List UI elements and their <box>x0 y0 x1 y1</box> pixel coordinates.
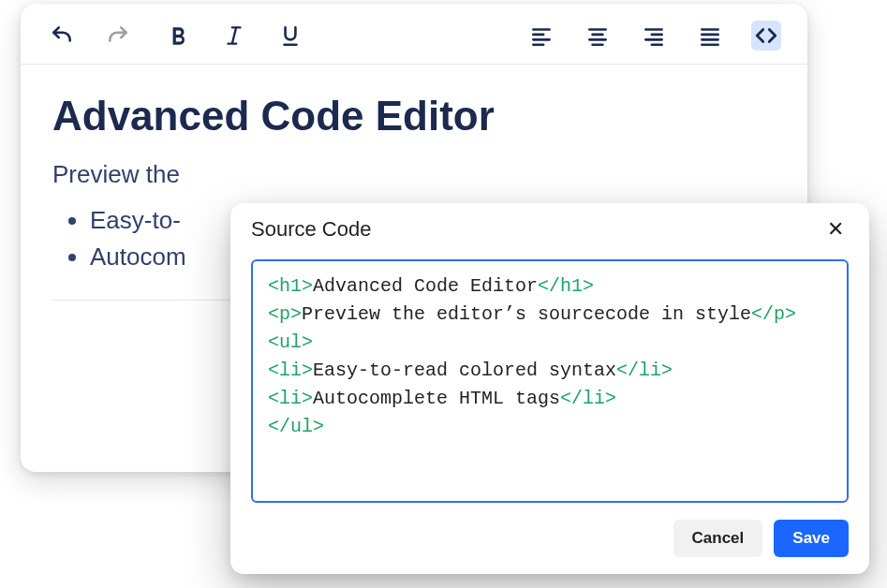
underline-button[interactable] <box>275 21 305 51</box>
document-paragraph: Preview the <box>52 160 776 189</box>
align-left-icon <box>529 23 554 48</box>
history-group <box>47 21 133 51</box>
redo-button[interactable] <box>103 21 133 51</box>
cancel-button[interactable]: Cancel <box>673 520 763 557</box>
align-right-icon <box>642 23 666 48</box>
code-icon <box>754 23 778 48</box>
close-button[interactable]: ✕ <box>822 216 849 243</box>
redo-icon <box>106 23 130 48</box>
align-justify-button[interactable] <box>695 21 725 51</box>
save-button[interactable]: Save <box>774 520 849 557</box>
toolbar <box>21 4 807 65</box>
modal-title: Source Code <box>251 217 371 242</box>
code-editor[interactable]: <h1>Advanced Code Editor</h1> <p>Preview… <box>251 259 849 503</box>
align-center-icon <box>585 23 610 48</box>
formatting-group <box>163 21 305 51</box>
align-justify-icon <box>698 23 722 48</box>
document-heading: Advanced Code Editor <box>52 93 776 140</box>
bold-button[interactable] <box>163 21 193 51</box>
underline-icon <box>278 23 303 48</box>
italic-icon <box>222 23 246 48</box>
undo-icon <box>50 23 74 48</box>
close-icon: ✕ <box>827 217 844 242</box>
align-left-button[interactable] <box>526 21 556 51</box>
align-right-button[interactable] <box>639 21 669 51</box>
undo-button[interactable] <box>47 21 77 51</box>
bold-icon <box>166 23 190 48</box>
italic-button[interactable] <box>219 21 249 51</box>
source-code-button[interactable] <box>751 21 781 51</box>
modal-header: Source Code ✕ <box>230 203 869 250</box>
align-center-button[interactable] <box>583 21 613 51</box>
modal-footer: Cancel Save <box>230 512 869 574</box>
alignment-group <box>526 21 781 51</box>
source-code-modal: Source Code ✕ <h1>Advanced Code Editor</… <box>230 203 869 574</box>
